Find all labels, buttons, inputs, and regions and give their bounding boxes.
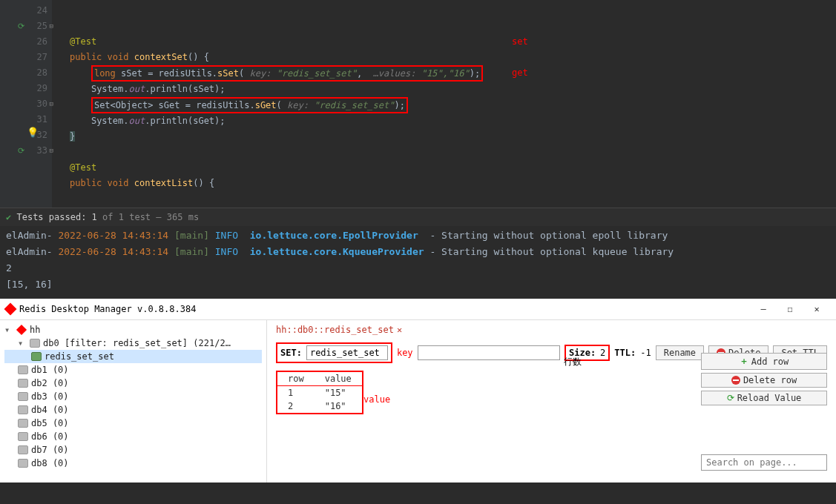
line-number: 31 xyxy=(0,112,47,127)
minus-icon xyxy=(731,376,740,385)
server-icon xyxy=(16,325,27,335)
value-toolbar: ＋Add row Delete row ⟳Reload Value xyxy=(701,353,827,405)
line-number: ⟳ 25 ⊟ xyxy=(0,19,47,34)
database-icon xyxy=(18,432,28,441)
annotation-label: 行数 xyxy=(564,356,582,368)
line-number: ⟳ 33 ⊟ xyxy=(0,143,47,159)
database-icon xyxy=(30,339,40,348)
console-line: 2 xyxy=(6,262,12,273)
lightbulb-icon[interactable]: 💡 xyxy=(27,125,39,140)
key-type-box: SET: xyxy=(276,342,392,363)
key-name-continuation[interactable] xyxy=(418,345,560,360)
code-area[interactable]: 💡 @Test public void contextSet() { long … xyxy=(52,0,836,208)
tree-connection[interactable]: ▾hh xyxy=(4,323,262,336)
key-details-panel: hh::db0::redis_set_set ✕ SET: key Size: … xyxy=(267,320,836,483)
annotation-box-set: long sSet = redisUtils.sSet( key: "redis… xyxy=(91,65,483,82)
table-row: 1"15" xyxy=(277,386,362,400)
ttl-label: TTL: xyxy=(614,348,636,358)
test-status-bar: ✔ Tests passed: 1 of 1 test – 365 ms xyxy=(0,208,836,226)
tree-key-selected[interactable]: redis_set_set xyxy=(4,350,262,363)
database-icon xyxy=(18,379,28,388)
plus-icon: ＋ xyxy=(740,355,748,368)
tree-database[interactable]: db4 (0) xyxy=(4,403,262,417)
line-number: 28 xyxy=(0,65,47,81)
line-number: 24 xyxy=(0,3,47,19)
tree-database[interactable]: db5 (0) xyxy=(4,417,262,430)
annotation-label: key xyxy=(397,348,413,358)
tree-database[interactable]: db8 (0) xyxy=(4,457,262,470)
brace-highlight: } xyxy=(70,131,75,142)
line-number: 30 ⊟ xyxy=(0,96,47,112)
annotation-label: get xyxy=(512,65,528,81)
database-icon xyxy=(18,405,28,414)
col-value: value xyxy=(315,372,362,386)
close-button[interactable]: ✕ xyxy=(803,302,830,316)
tree-database[interactable]: ▾db0 [filter: redis_set_set] (221/2… xyxy=(4,336,262,350)
tree-database[interactable]: db6 (0) xyxy=(4,430,262,443)
search-input[interactable] xyxy=(701,454,827,471)
annotation-box-get: Set<Object> sGet = redisUtils.sGet( key:… xyxy=(91,97,408,113)
test-status-text: of 1 test – 365 ms xyxy=(97,212,199,222)
window-title: Redis Desktop Manager v.0.8.8.384 xyxy=(19,304,196,314)
tree-database[interactable]: db3 (0) xyxy=(4,390,262,403)
line-number: 32 xyxy=(0,127,47,143)
line-number: 29 xyxy=(0,81,47,96)
key-tab[interactable]: hh::db0::redis_set_set ✕ xyxy=(276,325,827,335)
value-table[interactable]: rowvalue 1"15" 2"16" xyxy=(276,371,363,414)
col-row: row xyxy=(277,372,315,386)
code-editor: 24 ⟳ 25 ⊟ 26 27 28 29 30 ⊟ 31 32 ⟳ 33 ⊟ … xyxy=(0,0,836,208)
delete-row-button[interactable]: Delete row xyxy=(701,373,827,388)
console-output[interactable]: elAdmin- 2022-06-28 14:43:14 [main] INFO… xyxy=(0,226,836,299)
database-icon xyxy=(18,445,28,454)
size-value: 2 xyxy=(600,348,605,358)
key-icon xyxy=(31,352,42,361)
run-test-icon[interactable]: ⟳ xyxy=(18,143,24,159)
rename-button[interactable]: Rename xyxy=(656,345,704,360)
minimize-button[interactable]: — xyxy=(750,302,777,316)
test-status-text: Tests passed: 1 xyxy=(16,212,96,222)
reload-icon: ⟳ xyxy=(727,393,734,403)
check-icon: ✔ xyxy=(6,212,11,222)
table-row: 2"16" xyxy=(277,399,362,413)
console-line: [15, 16] xyxy=(6,279,53,290)
tree-database[interactable]: db2 (0) xyxy=(4,377,262,390)
add-row-button[interactable]: ＋Add row xyxy=(701,353,827,370)
tree-database[interactable]: db7 (0) xyxy=(4,443,262,457)
database-icon xyxy=(18,419,28,428)
reload-value-button[interactable]: ⟳Reload Value xyxy=(701,391,827,405)
run-test-icon[interactable]: ⟳ xyxy=(18,19,24,34)
code-token: @Test xyxy=(70,36,96,47)
database-icon xyxy=(18,392,28,401)
maximize-button[interactable]: ☐ xyxy=(777,302,803,316)
annotation-label: value xyxy=(363,394,390,405)
ttl-value: -1 xyxy=(640,348,651,358)
annotation-label: set xyxy=(512,34,528,50)
line-number: 27 xyxy=(0,50,47,65)
database-icon xyxy=(18,459,28,468)
tree-database[interactable]: db1 (0) xyxy=(4,363,262,377)
editor-gutter: 24 ⟳ 25 ⊟ 26 27 28 29 30 ⊟ 31 32 ⟳ 33 ⊟ xyxy=(0,0,52,208)
database-icon xyxy=(18,365,28,374)
tab-label: hh::db0::redis_set_set xyxy=(276,325,394,335)
code-token: @Test xyxy=(70,162,96,173)
line-number: 26 xyxy=(0,34,47,50)
rdm-window: Redis Desktop Manager v.0.8.8.384 — ☐ ✕ … xyxy=(0,299,836,483)
rdm-logo-icon xyxy=(4,303,17,316)
connection-tree[interactable]: ▾hh ▾db0 [filter: redis_set_set] (221/2…… xyxy=(0,320,267,483)
key-name-input[interactable] xyxy=(306,345,388,360)
rdm-titlebar[interactable]: Redis Desktop Manager v.0.8.8.384 — ☐ ✕ xyxy=(0,299,836,319)
type-label: SET: xyxy=(280,348,302,358)
close-tab-icon[interactable]: ✕ xyxy=(397,325,402,335)
